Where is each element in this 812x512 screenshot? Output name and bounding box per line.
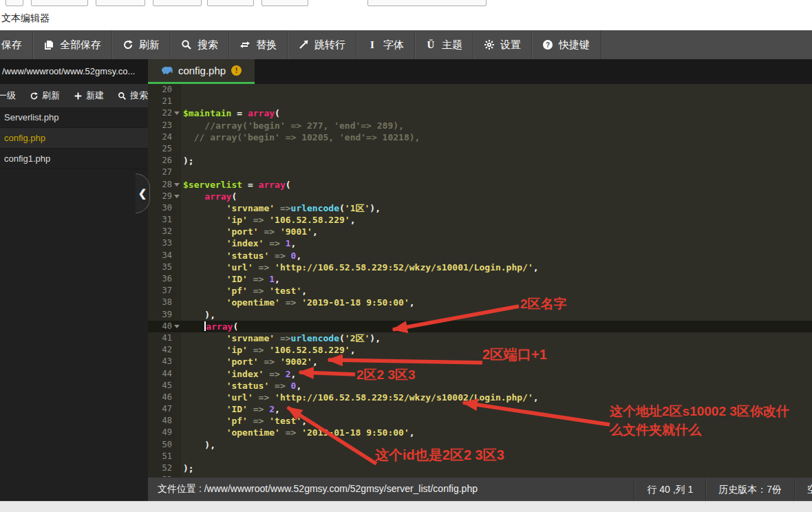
line-number: 44 (162, 368, 172, 380)
font-icon: I (367, 39, 378, 50)
code-line-30[interactable]: 30 'srvname' =>urlencode('1区'), (148, 202, 812, 214)
code-line-51[interactable]: 51 (148, 451, 812, 462)
fold-marker[interactable] (172, 195, 181, 198)
replace-icon (239, 39, 250, 50)
status-bar: 文件位置 : /www/wwwroot/www.52gmsy.com/52gms… (148, 477, 812, 501)
gutter: 47 (148, 403, 181, 415)
code-line-39[interactable]: 39 ), (148, 309, 812, 321)
sidebar-action-search[interactable]: 搜索 (111, 89, 148, 102)
toolbar-button-theme[interactable]: Ü主题 (415, 30, 473, 59)
file-row-config.php[interactable]: config.php (0, 128, 148, 149)
toolbar-button-search[interactable]: 搜索 (171, 30, 229, 59)
file-row-Serverlist.php[interactable]: Serverlist.php (0, 107, 148, 128)
code-line-42[interactable]: 42 'ip' => '106.52.58.229', (148, 344, 812, 356)
sidebar-action-up-level[interactable]: 上一级 (0, 89, 23, 102)
goto-line-icon (298, 39, 309, 50)
line-number: 42 (162, 344, 172, 356)
code-line-48[interactable]: 48 'pf' => 'test', (148, 415, 812, 427)
gutter: 50 (148, 439, 181, 451)
tab-config-php[interactable]: config.php ! (148, 59, 255, 84)
code-line-23[interactable]: 23 //array('begin' => 277, 'end'=> 289), (148, 120, 812, 131)
code-text: 'ID' => 2, (181, 403, 280, 415)
code-editor[interactable]: 202122$maintain = array(23 //array('begi… (148, 84, 812, 477)
code-line-46[interactable]: 46 'url' => 'http://106.52.58.229:52/wkz… (148, 392, 812, 403)
code-line-40[interactable]: 40 array( (148, 321, 812, 332)
status-history-versions[interactable]: 历史版本：7份 (705, 478, 794, 502)
code-line-29[interactable]: 29 array( (148, 191, 812, 202)
code-line-28[interactable]: 28$serverlist = array( (148, 179, 812, 191)
code-line-43[interactable]: 43 'port' => '9002', (148, 356, 812, 367)
fold-marker[interactable] (172, 183, 181, 186)
line-number: 41 (162, 332, 172, 344)
gutter: 38 (148, 297, 181, 308)
partial-form-box (6, 0, 23, 6)
gutter: 32 (148, 226, 181, 237)
code-line-35[interactable]: 35 'url' => 'http://106.52.58.229:52/wkz… (148, 262, 812, 273)
line-number: 38 (162, 297, 172, 308)
code-line-45[interactable]: 45 'status' => 0, (148, 380, 812, 392)
code-line-31[interactable]: 31 'ip' => '106.52.58.229', (148, 214, 812, 226)
line-number: 47 (162, 403, 172, 415)
toolbar-button-font[interactable]: I字体 (356, 30, 415, 59)
code-line-44[interactable]: 44 'index' => 2, (148, 368, 812, 380)
code-line-52[interactable]: 52); (148, 462, 812, 474)
code-text: 'srvname' =>urlencode('1区'), (181, 202, 381, 214)
line-number: 20 (162, 84, 172, 96)
fold-marker[interactable] (172, 325, 181, 328)
line-number: 27 (162, 167, 172, 178)
sidebar-actions: 上一级刷新新建搜索 (0, 84, 148, 107)
title-bar: 文本编辑器 (0, 7, 812, 30)
app-title: 文本编辑器 (1, 12, 50, 25)
code-text: 'index' => 2, (181, 368, 296, 380)
code-line-32[interactable]: 32 'port' => '9001', (148, 226, 812, 237)
top-partial-form-strip (0, 0, 812, 7)
code-line-38[interactable]: 38 'opentime' => '2019-01-18 9:50:00', (148, 297, 812, 308)
code-text: array( (181, 191, 237, 202)
code-line-20[interactable]: 20 (148, 84, 812, 96)
code-line-27[interactable]: 27 (148, 167, 812, 178)
line-number: 51 (162, 451, 172, 462)
code-line-21[interactable]: 21 (148, 96, 812, 107)
code-line-36[interactable]: 36 'ID' => 1, (148, 273, 812, 285)
code-line-47[interactable]: 47 'ID' => 2, (148, 403, 812, 415)
code-line-24[interactable]: 24 // array('begin' => 10205, 'end'=> 10… (148, 131, 812, 143)
line-number: 43 (162, 356, 172, 367)
gutter: 24 (148, 131, 181, 143)
code-line-25[interactable]: 25 (148, 143, 812, 155)
toolbar-button-shortcut[interactable]: ?快捷键 (532, 30, 601, 59)
sidebar-action-refresh[interactable]: 刷新 (23, 89, 67, 102)
toolbar-button-label: 刷新 (139, 39, 160, 52)
toolbar-button-goto-line[interactable]: 跳转行 (288, 30, 356, 59)
code-line-33[interactable]: 33 'index' => 1, (148, 237, 812, 249)
sidebar-action-label: 刷新 (42, 89, 60, 102)
toolbar-button-save[interactable]: 保存 (0, 30, 33, 59)
file-sidebar: /www/wwwroot/www.52gmsy.co... 上一级刷新新建搜索 … (0, 59, 148, 501)
code-line-49[interactable]: 49 'opentime' => '2019-01-18 9:50:00', (148, 427, 812, 438)
line-number: 30 (162, 202, 172, 214)
main-area: /www/wwwroot/www.52gmsy.co... 上一级刷新新建搜索 … (0, 59, 812, 501)
code-line-53[interactable]: 53 (148, 474, 812, 477)
toolbar-button-refresh[interactable]: 刷新 (112, 30, 171, 59)
toolbar-button-settings[interactable]: 设置 (473, 30, 532, 59)
toolbar-button-replace[interactable]: 替换 (229, 30, 288, 59)
code-text (181, 84, 183, 96)
code-line-41[interactable]: 41 'srvname' =>urlencode('2区'), (148, 332, 812, 344)
code-line-37[interactable]: 37 'pf' => 'test', (148, 285, 812, 297)
code-text: 'status' => 0, (181, 380, 301, 392)
toolbar-button-save-all[interactable]: 全部保存 (33, 30, 112, 59)
code-line-22[interactable]: 22$maintain = array( (148, 107, 812, 119)
code-line-34[interactable]: 34 'status' => 0, (148, 250, 812, 262)
fold-marker[interactable] (172, 111, 181, 115)
line-number: 33 (162, 237, 172, 249)
line-number: 25 (162, 143, 172, 155)
sidebar-action-label: 搜索 (130, 89, 148, 102)
toolbar-button-label: 替换 (256, 39, 277, 52)
sidebar-action-plus[interactable]: 新建 (67, 89, 111, 102)
code-line-26[interactable]: 26); (148, 155, 812, 167)
code-text: 'ip' => '106.52.58.229', (181, 214, 355, 226)
unsaved-warning-icon: ! (231, 65, 242, 76)
code-line-50[interactable]: 50 ), (148, 439, 812, 451)
code-text: 'port' => '9002', (181, 356, 318, 367)
file-row-config1.php[interactable]: config1.php (0, 149, 148, 169)
theme-icon: Ü (425, 39, 436, 50)
